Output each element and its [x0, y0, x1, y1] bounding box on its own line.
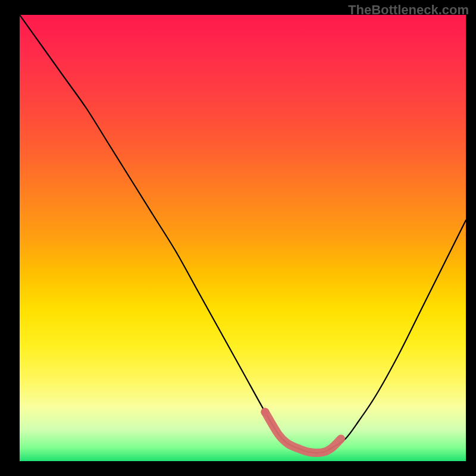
bottleneck-curve — [20, 15, 466, 453]
highlight-dot — [261, 408, 270, 416]
plot-area — [20, 15, 466, 461]
highlight-segment — [265, 412, 342, 453]
watermark-text: TheBottleneck.com — [348, 2, 469, 18]
chart-svg — [20, 15, 466, 461]
